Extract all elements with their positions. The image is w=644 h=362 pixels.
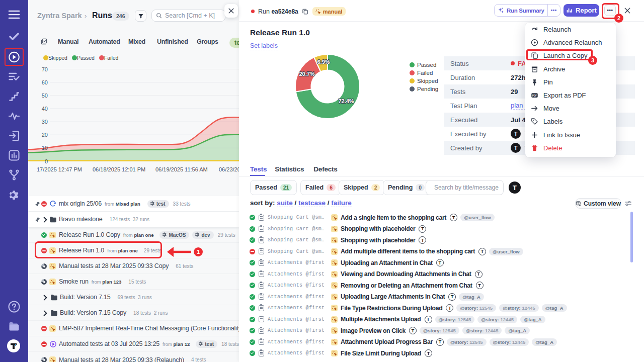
svg-text:30: 30 bbox=[42, 119, 48, 125]
svg-text:06/19/2025 11:56 AM: 06/19/2025 11:56 AM bbox=[155, 166, 208, 172]
svg-text:70: 70 bbox=[42, 66, 48, 72]
svg-text:20: 20 bbox=[42, 132, 48, 138]
svg-text:0: 0 bbox=[45, 158, 48, 164]
svg-text:60: 60 bbox=[42, 79, 48, 85]
svg-text:10: 10 bbox=[42, 145, 48, 151]
svg-text:17/2025 12:47 PM: 17/2025 12:47 PM bbox=[37, 166, 82, 172]
svg-text:20.7%: 20.7% bbox=[299, 71, 314, 77]
svg-text:6.9%: 6.9% bbox=[317, 59, 330, 65]
svg-text:72.4%: 72.4% bbox=[338, 98, 354, 104]
svg-text:40: 40 bbox=[42, 106, 48, 112]
svg-text:50: 50 bbox=[42, 93, 48, 99]
svg-text:06/18/2025 12:01 PM: 06/18/2025 12:01 PM bbox=[93, 166, 145, 172]
svg-text:PDF: PDF bbox=[532, 94, 537, 97]
svg-text:06/23/202: 06/23/202 bbox=[219, 166, 239, 172]
